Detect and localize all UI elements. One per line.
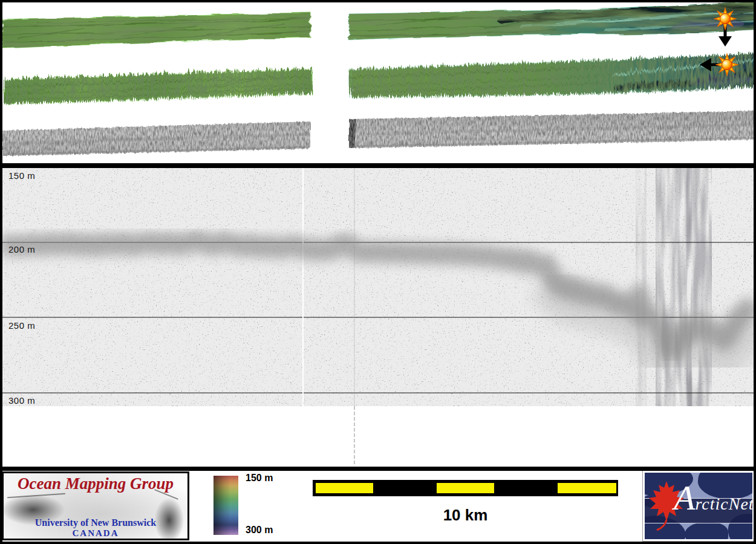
omg-logo-subtitle: University of New Brunswick — [4, 517, 187, 528]
swath-strip1-left — [2, 13, 310, 48]
depth-colorbar — [213, 476, 238, 535]
map-scale-bar — [313, 480, 618, 496]
helicopter-silhouette-icon — [7, 493, 65, 499]
depth-label-200m: 200 m — [8, 244, 35, 254]
scale-bar-segment — [558, 483, 616, 493]
swath-strip2-left — [2, 67, 310, 102]
panel-divider-top — [0, 163, 756, 168]
figure-root: 150 m 200 m 250 m 300 m Ocean Mapping Gr… — [0, 0, 756, 544]
echogram-canvas — [2, 168, 754, 467]
scale-bar-label: 10 km — [313, 506, 618, 525]
swath-strip1-right — [349, 2, 754, 40]
scale-bar-segment — [316, 483, 373, 493]
colorbar-top-label: 150 m — [246, 473, 273, 484]
subbottom-echogram: 150 m 200 m 250 m 300 m — [2, 168, 754, 467]
swath-panel — [2, 2, 754, 163]
omg-logo-country: CANADA — [4, 528, 187, 539]
arctic-map-landmass — [685, 522, 728, 541]
arcticnet-wordmark-initial: A — [674, 482, 695, 514]
depth-label-250m: 250 m — [8, 320, 35, 331]
depth-label-150m: 150 m — [8, 170, 35, 181]
omg-logo-title: Ocean Mapping Group — [4, 474, 187, 493]
swath-strip3-right — [349, 111, 754, 148]
panel-divider-bottom — [0, 467, 756, 471]
footer-bar: Ocean Mapping Group University of New Br… — [0, 471, 756, 542]
arcticnet-wordmark-rest: rcticNet — [695, 494, 754, 514]
omg-logo: Ocean Mapping Group University of New Br… — [2, 471, 189, 540]
colorbar-bottom-label: 300 m — [246, 525, 273, 536]
arcticnet-logo: ArcticNet — [643, 471, 754, 541]
swath-strip2-right — [349, 51, 754, 95]
arcticnet-wordmark: ArcticNet — [674, 482, 754, 514]
depth-label-300m: 300 m — [8, 395, 35, 406]
scale-bar-segment — [437, 483, 494, 493]
swath-strip3-left — [2, 121, 310, 156]
